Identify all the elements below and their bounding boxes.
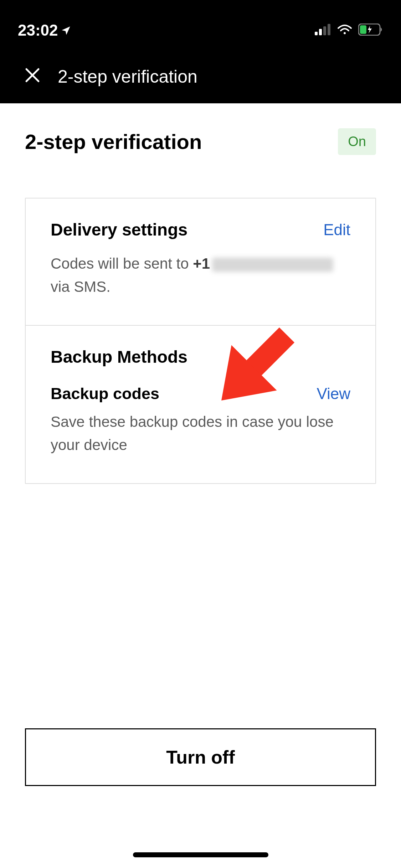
svg-rect-0: [315, 32, 318, 35]
page-title: 2-step verification: [25, 130, 202, 154]
delivery-text-suffix: via SMS.: [51, 278, 110, 295]
delivery-text-prefix: Codes will be sent to: [51, 255, 193, 272]
nav-bar: 2-step verification: [0, 50, 401, 103]
status-right: [315, 24, 383, 37]
backup-codes-header: Backup codes View: [51, 384, 350, 403]
bottom-area: Turn off: [25, 728, 376, 786]
page-header: 2-step verification On: [25, 128, 376, 155]
phone-redacted: [212, 258, 333, 272]
wifi-icon: [337, 24, 353, 37]
cellular-icon: [315, 24, 331, 37]
time-text: 23:02: [18, 21, 58, 39]
delivery-header: Delivery settings Edit: [51, 220, 350, 239]
backup-codes-title: Backup codes: [51, 384, 159, 403]
svg-rect-1: [319, 29, 322, 35]
turn-off-button[interactable]: Turn off: [25, 728, 376, 786]
delivery-title: Delivery settings: [51, 220, 187, 239]
svg-point-4: [344, 32, 346, 34]
home-indicator[interactable]: [133, 852, 268, 857]
backup-section: Backup Methods Backup codes View Save th…: [26, 325, 375, 483]
svg-rect-3: [328, 24, 330, 35]
settings-card: Delivery settings Edit Codes will be sen…: [25, 198, 376, 484]
phone-prefix: +1: [193, 255, 210, 272]
svg-rect-6: [360, 25, 366, 34]
nav-title: 2-step verification: [58, 66, 197, 87]
close-icon[interactable]: [25, 68, 40, 86]
status-time: 23:02: [18, 21, 71, 39]
svg-rect-2: [323, 26, 326, 35]
battery-icon: [358, 24, 383, 37]
content: 2-step verification On Delivery settings…: [0, 103, 401, 484]
delivery-body: Codes will be sent to +1 via SMS.: [51, 252, 350, 298]
status-badge: On: [338, 128, 376, 155]
backup-description: Save these backup codes in case you lose…: [51, 410, 350, 456]
view-link[interactable]: View: [317, 385, 350, 403]
edit-link[interactable]: Edit: [323, 221, 350, 239]
delivery-section: Delivery settings Edit Codes will be sen…: [26, 198, 375, 325]
location-icon: [61, 21, 71, 39]
status-bar: 23:02: [0, 0, 401, 50]
backup-title: Backup Methods: [51, 347, 350, 367]
